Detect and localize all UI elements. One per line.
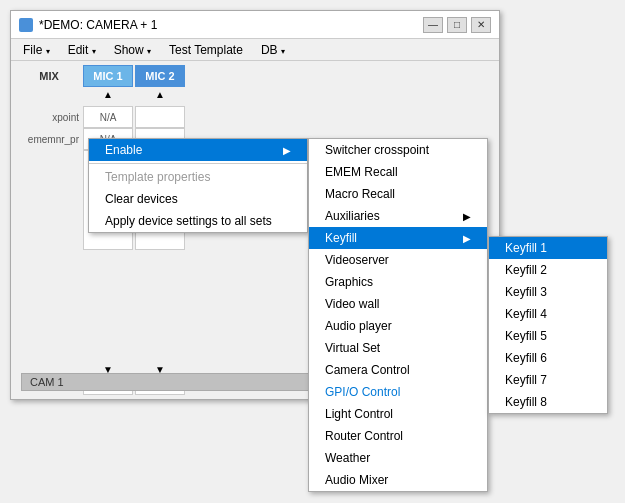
app-icon [19, 18, 33, 32]
menu-file[interactable]: File ▾ [15, 41, 58, 59]
title-bar: *DEMO: CAMERA + 1 — □ ✕ [11, 11, 499, 39]
menu-edit[interactable]: Edit ▾ [60, 41, 104, 59]
menu-db[interactable]: DB ▾ [253, 41, 293, 59]
channel-mic1[interactable]: MIC 1 [83, 65, 133, 87]
menu-bar: File ▾ Edit ▾ Show ▾ Test Template DB ▾ [11, 39, 499, 61]
xpoint-label: xpoint [15, 106, 83, 128]
title-bar-controls: — □ ✕ [423, 17, 491, 33]
ctx-videoserver[interactable]: Videoserver [309, 249, 487, 271]
mic2-up-arrow[interactable]: ▲ [135, 89, 185, 100]
ctx-video-wall[interactable]: Video wall [309, 293, 487, 315]
mic1-up-arrow[interactable]: ▲ [83, 89, 133, 100]
mix-label: MIX [15, 70, 83, 82]
ctx-graphics[interactable]: Graphics [309, 271, 487, 293]
grid-row-1: N/A [83, 106, 495, 128]
keyfill-arrow-icon: ▶ [463, 233, 471, 244]
ctx-router-control[interactable]: Router Control [309, 425, 487, 447]
ctx-keyfill-1[interactable]: Keyfill 1 [489, 237, 607, 259]
ctx-macro-recall[interactable]: Macro Recall [309, 183, 487, 205]
ctx-keyfill[interactable]: Keyfill ▶ [309, 227, 487, 249]
ctx-audio-player[interactable]: Audio player [309, 315, 487, 337]
cell-xpoint-mic1: N/A [83, 106, 133, 128]
ctx-switcher-crosspoint[interactable]: Switcher crosspoint [309, 139, 487, 161]
ctx-keyfill-5[interactable]: Keyfill 5 [489, 325, 607, 347]
restore-button[interactable]: □ [447, 17, 467, 33]
enable-arrow-icon: ▶ [283, 145, 291, 156]
ctx-keyfill-6[interactable]: Keyfill 6 [489, 347, 607, 369]
close-button[interactable]: ✕ [471, 17, 491, 33]
ctx-apply-device-settings[interactable]: Apply device settings to all sets [89, 210, 307, 232]
ctx-camera-control[interactable]: Camera Control [309, 359, 487, 381]
ctx-light-control[interactable]: Light Control [309, 403, 487, 425]
ctx-gpio-control[interactable]: GPI/O Control [309, 381, 487, 403]
auxiliaries-arrow-icon: ▶ [463, 211, 471, 222]
ctx-keyfill-3[interactable]: Keyfill 3 [489, 281, 607, 303]
row-labels: xpoint ememnr_pr [15, 106, 83, 364]
ememnr-label: ememnr_pr [15, 128, 83, 150]
ctx-audio-mixer[interactable]: Audio Mixer [309, 469, 487, 491]
menu-test-template[interactable]: Test Template [161, 41, 251, 59]
ctx-enable[interactable]: Enable ▶ [89, 139, 307, 161]
minimize-button[interactable]: — [423, 17, 443, 33]
submenu-main: Switcher crosspoint EMEM Recall Macro Re… [308, 138, 488, 492]
context-menu: Enable ▶ Template properties Clear devic… [88, 138, 308, 233]
ctx-auxiliaries[interactable]: Auxiliaries ▶ [309, 205, 487, 227]
ctx-keyfill-4[interactable]: Keyfill 4 [489, 303, 607, 325]
window-title: *DEMO: CAMERA + 1 [39, 18, 157, 32]
submenu-keyfill: Keyfill 1 Keyfill 2 Keyfill 3 Keyfill 4 … [488, 236, 608, 414]
ctx-weather[interactable]: Weather [309, 447, 487, 469]
ctx-keyfill-8[interactable]: Keyfill 8 [489, 391, 607, 413]
ctx-clear-devices[interactable]: Clear devices [89, 188, 307, 210]
ctx-template-props: Template properties [89, 166, 307, 188]
ctx-emem-recall[interactable]: EMEM Recall [309, 161, 487, 183]
ctx-divider-1 [89, 163, 307, 164]
ctx-keyfill-2[interactable]: Keyfill 2 [489, 259, 607, 281]
title-bar-left: *DEMO: CAMERA + 1 [19, 18, 157, 32]
cell-xpoint-mic2 [135, 106, 185, 128]
menu-show[interactable]: Show ▾ [106, 41, 159, 59]
ctx-keyfill-7[interactable]: Keyfill 7 [489, 369, 607, 391]
channel-mic2[interactable]: MIC 2 [135, 65, 185, 87]
ctx-virtual-set[interactable]: Virtual Set [309, 337, 487, 359]
